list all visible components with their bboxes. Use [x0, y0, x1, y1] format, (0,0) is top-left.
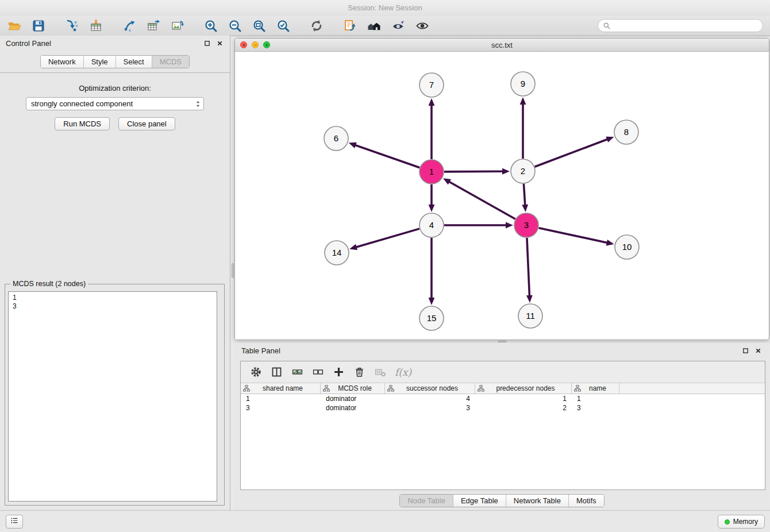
table-row[interactable]: 3dominator323: [241, 403, 765, 413]
columns-icon[interactable]: [266, 364, 287, 381]
criterion-dropdown[interactable]: strongly connected component: [26, 97, 204, 110]
table-cell: 1: [572, 395, 619, 403]
graph-node-15[interactable]: 15: [419, 306, 444, 330]
graph-edge-2-3[interactable]: [523, 184, 525, 206]
export-network-icon[interactable]: [117, 17, 141, 34]
graph-node-8[interactable]: 8: [614, 120, 638, 144]
graph-node-14[interactable]: 14: [325, 241, 349, 265]
tab-select[interactable]: Select: [116, 56, 152, 68]
graph-node-6[interactable]: 6: [324, 126, 348, 151]
import-network-icon[interactable]: [60, 17, 84, 34]
svg-text:4: 4: [429, 220, 434, 230]
column-header-label: MCDS role: [330, 384, 384, 392]
table-cell: 3: [572, 404, 619, 412]
open-folder-icon[interactable]: [2, 17, 26, 34]
svg-text:8: 8: [624, 127, 629, 137]
zoom-fit-icon[interactable]: [247, 17, 271, 34]
column-type-icon: [387, 385, 394, 392]
save-icon[interactable]: [26, 17, 51, 34]
zoom-out-icon[interactable]: [223, 17, 247, 34]
export-image-icon[interactable]: [165, 17, 190, 34]
tab-edge-table[interactable]: Edge Table: [453, 495, 506, 507]
network-canvas[interactable]: 7968124314101511: [235, 52, 769, 340]
tab-style[interactable]: Style: [83, 56, 116, 68]
eye-icon[interactable]: [410, 17, 434, 34]
close-panel-icon[interactable]: [753, 346, 763, 355]
graph-edge-3-10[interactable]: [538, 228, 607, 243]
float-panel-icon[interactable]: [202, 38, 211, 48]
run-mcds-button[interactable]: Run MCDS: [55, 117, 110, 130]
import-table-icon[interactable]: [84, 17, 108, 34]
search-icon: [603, 22, 611, 30]
graph-node-10[interactable]: 10: [615, 235, 639, 259]
float-panel-icon[interactable]: [741, 346, 750, 355]
export-table-icon[interactable]: [141, 17, 165, 34]
home-icon[interactable]: [362, 17, 386, 34]
graph-node-4[interactable]: 4: [419, 213, 444, 237]
open-web-icon[interactable]: [338, 17, 362, 34]
column-header-successor-nodes[interactable]: successor nodes: [385, 383, 475, 394]
graph-node-3[interactable]: 3: [514, 213, 538, 237]
graph-node-7[interactable]: 7: [419, 73, 444, 97]
vertical-splitter[interactable]: [230, 36, 234, 510]
status-bar: Memory: [0, 510, 770, 532]
graph-node-1[interactable]: 1: [419, 160, 444, 184]
graph-node-11[interactable]: 11: [518, 304, 542, 328]
table-cell: 1: [475, 395, 572, 403]
graph-node-2[interactable]: 2: [511, 159, 535, 183]
refresh-icon[interactable]: [305, 17, 329, 34]
search-input[interactable]: [614, 22, 758, 30]
splitter-grip[interactable]: [232, 263, 234, 278]
tab-mcds[interactable]: MCDS: [152, 56, 189, 68]
search-box[interactable]: [598, 19, 763, 32]
column-header-MCDS-role[interactable]: MCDS role: [321, 383, 385, 394]
main-toolbar-groups: [0, 17, 444, 34]
mcds-result-line: 1: [13, 294, 213, 302]
column-header-shared-name[interactable]: shared name: [241, 383, 321, 394]
graph-node-9[interactable]: 9: [511, 72, 535, 96]
tab-motifs[interactable]: Motifs: [568, 495, 604, 507]
column-type-icon: [323, 385, 330, 392]
plus-icon[interactable]: [328, 364, 349, 381]
column-header-predecessor-nodes[interactable]: predecessor nodes: [475, 383, 572, 394]
tab-network-table[interactable]: Network Table: [506, 495, 568, 507]
check-boxes-icon[interactable]: [287, 364, 307, 381]
network-graph[interactable]: 7968124314101511: [235, 52, 769, 340]
svg-text:2: 2: [521, 166, 525, 176]
close-panel-button[interactable]: Close panel: [118, 117, 175, 130]
mcds-result-list[interactable]: 13: [8, 291, 217, 502]
memory-button[interactable]: Memory: [718, 515, 765, 529]
graph-edge-3-11[interactable]: [527, 238, 530, 296]
control-panel: Control Panel NetworkStyleSelectMCDS Opt…: [0, 36, 230, 510]
table-cell: 1: [241, 395, 321, 403]
table-toolbar-icons: [245, 364, 390, 381]
column-header-name[interactable]: name: [572, 383, 619, 394]
chevron-up-down-icon: [195, 99, 201, 109]
table-row[interactable]: 1dominator411: [241, 394, 765, 403]
gear-icon[interactable]: [245, 364, 266, 381]
tab-network[interactable]: Network: [41, 56, 83, 68]
graph-edge-1-6[interactable]: [355, 145, 419, 168]
graph-edge-arrow: [606, 240, 614, 246]
function-builder-icon[interactable]: f(x): [395, 367, 411, 378]
node-table: f(x) shared nameMCDS rolesuccessor nodes…: [240, 361, 765, 490]
graph-edge-2-8[interactable]: [535, 139, 609, 167]
zoom-in-icon[interactable]: [199, 17, 223, 34]
splitter-grip[interactable]: [498, 341, 507, 342]
graph-edge-4-14[interactable]: [356, 229, 419, 247]
graph-edge-1-2[interactable]: [444, 171, 503, 172]
delete-column-icon[interactable]: [369, 364, 390, 381]
trash-icon[interactable]: [349, 364, 369, 381]
tab-node-table[interactable]: Node Table: [400, 495, 453, 507]
empty-boxes-icon[interactable]: [307, 364, 328, 381]
style-brush-icon[interactable]: [386, 17, 410, 34]
column-type-icon: [478, 385, 484, 392]
close-panel-icon[interactable]: [215, 38, 224, 48]
task-history-button[interactable]: [6, 515, 23, 529]
table-toolbar: f(x): [241, 361, 765, 383]
column-header-label: predecessor nodes: [484, 384, 571, 392]
graph-edge-3-1[interactable]: [449, 182, 515, 219]
column-header-filler: [619, 383, 765, 394]
svg-text:15: 15: [427, 313, 437, 323]
zoom-selected-icon[interactable]: [271, 17, 295, 34]
